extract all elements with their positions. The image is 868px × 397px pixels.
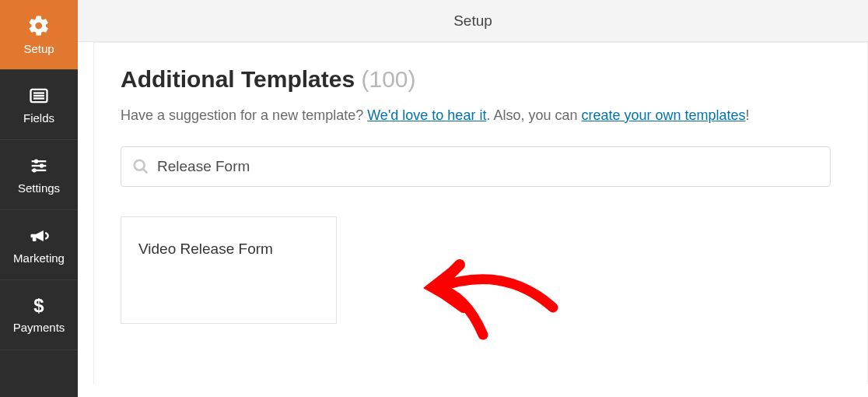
search-input[interactable] — [157, 158, 819, 175]
sidebar-item-fields[interactable]: Fields — [0, 70, 78, 140]
dollar-icon: $ — [29, 296, 49, 316]
annotation-arrow-icon — [401, 230, 572, 346]
subtext-prefix: Have a suggestion for a new template? — [121, 107, 367, 123]
sidebar-item-label: Setup — [23, 42, 54, 55]
svg-point-9 — [32, 168, 36, 172]
main-content: Additional Templates (100) Have a sugges… — [93, 42, 868, 385]
gear-icon — [27, 14, 51, 37]
sidebar-item-payments[interactable]: $ Payments — [0, 280, 78, 350]
search-wrap[interactable] — [121, 146, 831, 187]
templates-heading: Additional Templates (100) — [121, 66, 841, 93]
sidebar-item-label: Fields — [23, 111, 54, 125]
svg-point-5 — [34, 159, 38, 163]
page-title: Setup — [453, 12, 492, 30]
svg-point-11 — [135, 160, 145, 170]
create-templates-link[interactable]: create your own templates — [581, 107, 745, 123]
svg-text:$: $ — [33, 296, 44, 316]
list-icon — [28, 85, 50, 107]
sidebar: Setup Fields Settings Marketing $ Paymen… — [0, 0, 78, 397]
subtext: Have a suggestion for a new template? We… — [121, 105, 841, 126]
subtext-suffix: ! — [746, 107, 750, 123]
heading-text: Additional Templates — [121, 66, 355, 92]
sidebar-item-marketing[interactable]: Marketing — [0, 210, 78, 280]
sidebar-item-label: Settings — [18, 181, 60, 195]
template-card[interactable]: Video Release Form — [121, 216, 337, 324]
suggestion-link[interactable]: We'd love to hear it — [367, 107, 486, 123]
subtext-mid: . Also, you can — [486, 107, 581, 123]
bullhorn-icon — [28, 225, 50, 247]
svg-point-7 — [40, 163, 44, 167]
sliders-icon — [28, 155, 50, 177]
sidebar-item-settings[interactable]: Settings — [0, 140, 78, 210]
topbar: Setup — [78, 0, 868, 42]
svg-line-12 — [143, 169, 148, 174]
sidebar-item-label: Marketing — [13, 251, 65, 265]
search-icon — [132, 158, 149, 175]
template-title: Video Release Form — [138, 241, 273, 258]
heading-count: (100) — [362, 66, 416, 92]
sidebar-item-label: Payments — [13, 321, 65, 334]
sidebar-item-setup[interactable]: Setup — [0, 0, 78, 70]
